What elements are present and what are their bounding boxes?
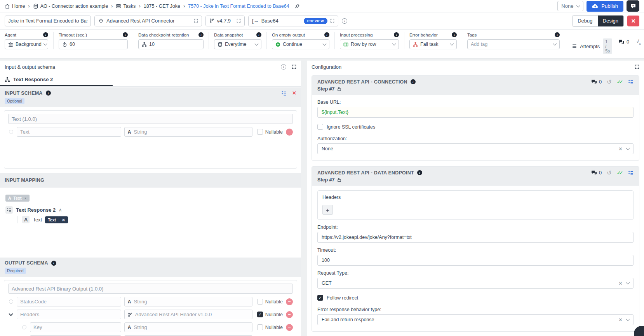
remove-mapping-icon[interactable]: ✕ <box>59 216 68 223</box>
debug-tab[interactable]: Debug <box>573 16 597 26</box>
validate-icon[interactable]: ✓✓ <box>617 79 621 85</box>
list-icon[interactable] <box>281 91 287 96</box>
field-type-value: String <box>134 324 147 330</box>
collapse-row-icon[interactable] <box>9 312 13 316</box>
connector-chip[interactable]: Advanced Rest API Connector <box>94 16 202 26</box>
info-icon[interactable]: i <box>324 32 329 37</box>
nullable-checkbox[interactable] <box>257 129 263 135</box>
remove-field-button[interactable]: − <box>286 324 293 331</box>
input-schema-type[interactable] <box>8 114 293 124</box>
mapping-tree-root[interactable]: Text Response 2 ∧ <box>5 206 296 214</box>
info-icon[interactable]: i <box>198 32 204 37</box>
follow-redirect-checkbox[interactable]: ✓ <box>317 295 323 301</box>
timeout-input[interactable]: 60 <box>59 39 128 49</box>
field-name-input[interactable] <box>17 127 121 137</box>
design-tab[interactable]: Design <box>598 16 623 26</box>
step-comments-button[interactable]: 0 <box>591 170 602 176</box>
play-circle-icon <box>275 42 280 47</box>
info-icon[interactable]: i <box>411 79 416 84</box>
field-type-input[interactable]: A String <box>124 297 252 306</box>
breadcrumb-current-action[interactable]: 7570 - Joke in Text Format Encoded to Ba… <box>188 3 289 9</box>
snapshot-select[interactable]: Everytime <box>214 39 261 49</box>
remove-field-button[interactable]: − <box>286 129 293 136</box>
info-icon[interactable]: i <box>394 32 399 37</box>
tags-select[interactable]: Add tag <box>467 39 560 49</box>
field-name-input[interactable] <box>30 322 121 332</box>
input-processing-select[interactable]: Row by row <box>340 39 399 49</box>
endpoint-input[interactable] <box>317 232 634 243</box>
pin-icon[interactable] <box>294 3 300 9</box>
error-behavior-select[interactable]: Fail task <box>409 39 457 49</box>
expand-icon[interactable] <box>292 64 296 69</box>
attempts-control[interactable]: Attempts 1 / 5s <box>565 38 618 54</box>
publish-button[interactable]: Publish <box>587 1 623 12</box>
expand-icon[interactable] <box>635 64 639 69</box>
ignore-ssl-checkbox[interactable] <box>317 124 323 130</box>
tab-text-response-2[interactable]: Text Response 2 <box>0 73 113 86</box>
info-icon[interactable]: i <box>256 32 261 37</box>
environment-select[interactable]: None <box>557 1 583 11</box>
expand-icon[interactable] <box>330 19 334 23</box>
comments-button[interactable]: 0 <box>618 39 629 45</box>
field-type-input[interactable]: Advanced Rest API Header v1.0.0 <box>124 310 252 319</box>
breadcrumb-home[interactable]: Home <box>5 3 25 9</box>
expand-icon[interactable] <box>194 19 198 23</box>
validate-icon[interactable]: ✓✓ <box>617 170 621 176</box>
nullable-checkbox[interactable] <box>257 324 263 330</box>
info-icon[interactable]: i <box>417 170 422 175</box>
list-icon[interactable] <box>628 170 634 176</box>
remove-schema-icon[interactable]: ✕ <box>292 90 296 96</box>
expand-icon[interactable] <box>237 19 241 23</box>
field-name-input[interactable] <box>17 310 121 319</box>
remove-field-button[interactable]: − <box>286 298 293 305</box>
base-url-input[interactable] <box>317 107 634 118</box>
mapping-source-chip[interactable]: A Text ▲ <box>5 195 30 202</box>
help-button[interactable] <box>627 0 639 12</box>
formula-icon[interactable]: √x <box>636 38 641 45</box>
info-icon[interactable]: i <box>43 32 48 37</box>
undo-icon[interactable]: ↺ <box>607 170 612 176</box>
info-icon[interactable]: i <box>46 91 51 96</box>
agent-select[interactable]: Background <box>5 39 48 49</box>
field-type-input[interactable]: A String <box>124 322 252 332</box>
output-schema-type[interactable] <box>8 284 293 294</box>
nullable-checkbox[interactable]: ✓ <box>257 312 263 317</box>
undo-icon[interactable]: ↺ <box>607 79 612 85</box>
close-button[interactable]: ✕ <box>627 16 639 26</box>
step-comments-button[interactable]: 0 <box>591 79 602 85</box>
string-type-icon: A <box>22 216 30 223</box>
info-icon[interactable]: i <box>452 32 457 37</box>
remove-field-button[interactable]: − <box>286 311 293 318</box>
action-name-input[interactable] <box>5 16 91 26</box>
info-icon[interactable]: i <box>281 64 286 70</box>
info-icon[interactable]: i <box>51 261 56 266</box>
breadcrumb-project[interactable]: AO - Connector action example <box>33 3 108 9</box>
field-radio[interactable] <box>22 325 26 329</box>
breadcrumb-tasks[interactable]: Tasks <box>116 3 136 9</box>
clear-icon[interactable]: ✕ <box>618 281 623 286</box>
list-icon[interactable] <box>628 79 634 85</box>
breadcrumb-task[interactable]: 1875 - GET Joke <box>144 3 180 9</box>
clear-icon[interactable]: ✕ <box>618 146 623 151</box>
field-radio[interactable] <box>9 299 13 304</box>
version-chip[interactable]: v4.7.9 <box>205 16 245 26</box>
error-response-select[interactable]: Fail and return response ✕ <box>317 314 634 325</box>
request-type-select[interactable]: GET ✕ <box>317 278 634 289</box>
timeout-input[interactable] <box>317 255 634 266</box>
info-icon[interactable]: i <box>123 32 128 37</box>
empty-output-select[interactable]: Continue <box>272 39 329 49</box>
clear-icon[interactable]: ✕ <box>618 317 623 322</box>
mapping-tree-child[interactable]: A Text Text ✕ <box>17 216 296 223</box>
add-header-button[interactable]: + <box>322 205 333 215</box>
authorization-select[interactable]: None ✕ <box>317 143 634 154</box>
info-icon[interactable]: i <box>342 18 347 24</box>
info-icon[interactable]: i <box>555 32 560 37</box>
field-name-input[interactable] <box>17 297 121 306</box>
checkpoint-input[interactable]: 10 <box>138 39 204 49</box>
breadcrumb-bar: Home › AO - Connector action example › T… <box>0 0 644 12</box>
field-radio[interactable] <box>9 130 13 134</box>
field-type-input[interactable]: A String <box>124 127 252 137</box>
nullable-checkbox[interactable] <box>257 299 263 305</box>
collapse-icon[interactable]: ∧ <box>59 207 62 212</box>
action-type-chip[interactable]: [→ Base64 PREVIEW <box>248 16 338 26</box>
